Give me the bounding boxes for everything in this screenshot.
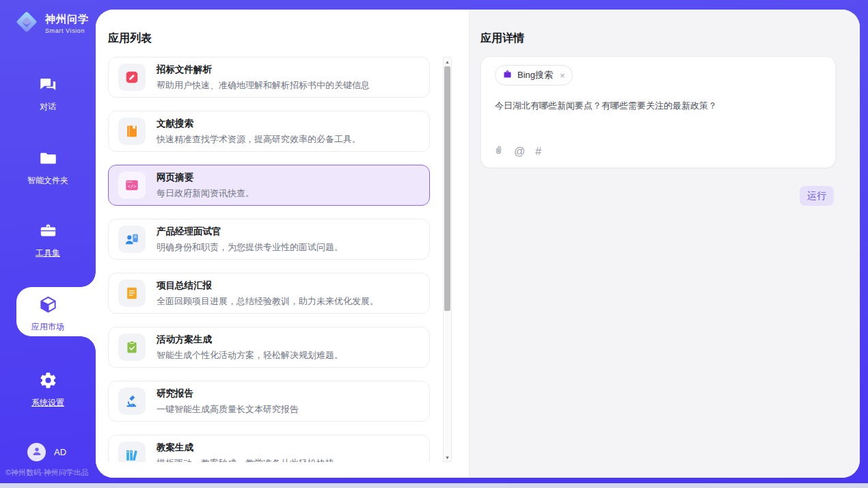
app-card[interactable]: 教案生成模板驱动，教案秒成，教学准备从此轻松快捷 xyxy=(108,435,430,462)
app-card-desc: 模板驱动，教案秒成，教学准备从此轻松快捷 xyxy=(157,457,334,463)
folder-icon xyxy=(39,149,57,170)
memo-icon xyxy=(118,280,146,307)
tool-chip-label: Bing搜索 xyxy=(517,69,553,81)
toolbox-icon xyxy=(39,221,57,243)
sidebar-item-label: 系统设置 xyxy=(31,397,64,409)
app-detail-title: 应用详情 xyxy=(480,31,524,46)
interviewer-icon xyxy=(118,226,146,253)
app-list: 招标文件解析帮助用户快速、准确地理解和解析招标书中的关键信息文献搜索快速精准查找… xyxy=(108,57,430,462)
cube-icon xyxy=(39,295,57,316)
mention-icon[interactable]: @ xyxy=(514,146,525,157)
edit-icon xyxy=(118,64,146,91)
scrollbar-thumb[interactable] xyxy=(444,66,450,311)
app-list-title: 应用列表 xyxy=(108,31,152,46)
avatar[interactable] xyxy=(27,443,46,461)
sidebar-item-label: 工具集 xyxy=(36,247,60,259)
app-card[interactable]: 招标文件解析帮助用户快速、准确地理解和解析招标书中的关键信息 xyxy=(108,57,430,98)
sidebar-item-label: 应用市场 xyxy=(31,321,64,333)
prompt-card: Bing搜索 × 今日湖北有哪些新闻要点？有哪些需要关注的最新政策？ @ # xyxy=(480,56,836,168)
sidebar-item-settings[interactable]: 系统设置 xyxy=(0,371,96,409)
briefcase-icon xyxy=(502,69,513,82)
app-detail-section: 应用详情 Bing搜索 × 今日湖北有哪些新闻要点？有哪些需要关注的最新政策？ xyxy=(469,10,860,478)
clipboard-check-icon xyxy=(118,334,146,361)
bottom-edge xyxy=(0,483,868,488)
app-card-name: 产品经理面试官 xyxy=(157,226,343,238)
sidebar-item-label: 对话 xyxy=(40,101,56,113)
copyright-footer: ©神州数码·神州问学出品 xyxy=(5,467,89,478)
app-card-desc: 一键智能生成高质量长文本研究报告 xyxy=(157,403,299,416)
scroll-down-icon[interactable]: ▼ xyxy=(444,453,451,461)
prompt-input[interactable]: 今日湖北有哪些新闻要点？有哪些需要关注的最新政策？ xyxy=(495,99,822,113)
svg-text:</>: </> xyxy=(128,184,136,189)
scrollbar[interactable]: ▲ ▼ xyxy=(443,57,452,462)
book-icon xyxy=(118,118,146,145)
chip-close-icon[interactable]: × xyxy=(560,70,565,81)
app-card[interactable]: 活动方案生成智能生成个性化活动方案，轻松解决规划难题。 xyxy=(108,327,430,368)
app-card-name: 活动方案生成 xyxy=(157,334,343,346)
logo-title: 神州问学 xyxy=(45,13,89,26)
app-card-name: 项目总结汇报 xyxy=(157,280,379,292)
app-card-name: 网页摘要 xyxy=(157,172,254,184)
chat-icon xyxy=(39,75,57,96)
app-card-desc: 明确身份和职责，为您提供专业性的面试问题。 xyxy=(157,241,343,254)
main-panel: 应用列表 招标文件解析帮助用户快速、准确地理解和解析招标书中的关键信息文献搜索快… xyxy=(96,10,860,478)
app-card-name: 研究报告 xyxy=(157,388,299,400)
app-card[interactable]: 项目总结汇报全面回顾项目进展，总结经验教训，助力未来优化发展。 xyxy=(108,273,430,314)
app-card-desc: 每日政府新闻资讯快查。 xyxy=(157,187,254,200)
app-card[interactable]: 文献搜索快速精准查找学术资源，提高研究效率的必备工具。 xyxy=(108,111,430,152)
app-card-name: 招标文件解析 xyxy=(157,64,370,76)
app-card-desc: 智能生成个性化活动方案，轻松解决规划难题。 xyxy=(157,349,343,362)
microscope-icon xyxy=(118,388,146,415)
input-toolbar: @ # xyxy=(493,144,541,159)
app-card-desc: 快速精准查找学术资源，提高研究效率的必备工具。 xyxy=(157,133,361,146)
run-button[interactable]: 运行 xyxy=(800,186,834,206)
app-card-name: 文献搜索 xyxy=(157,118,361,130)
gear-icon xyxy=(39,371,57,392)
sidebar-item-folders[interactable]: 智能文件夹 xyxy=(0,149,96,187)
app-list-section: 应用列表 招标文件解析帮助用户快速、准确地理解和解析招标书中的关键信息文献搜索快… xyxy=(96,10,469,478)
app-card-desc: 帮助用户快速、准确地理解和解析招标书中的关键信息 xyxy=(157,79,370,92)
app-card[interactable]: </>网页摘要每日政府新闻资讯快查。 xyxy=(108,165,430,206)
app-card[interactable]: 产品经理面试官明确身份和职责，为您提供专业性的面试问题。 xyxy=(108,219,430,260)
app-card-name: 教案生成 xyxy=(157,442,334,454)
scroll-up-icon[interactable]: ▲ xyxy=(444,57,451,66)
logo-diamond-icon xyxy=(14,9,40,38)
attachment-icon[interactable] xyxy=(493,144,504,159)
user-profile[interactable]: AD xyxy=(27,443,66,461)
books-icon xyxy=(118,442,146,462)
browser-code-icon: </> xyxy=(118,172,146,199)
sidebar: 神州问学 Smart Vision 对话智能文件夹工具集应用市场系统设置 AD … xyxy=(0,0,96,488)
person-icon xyxy=(31,446,42,459)
user-name: AD xyxy=(54,447,66,457)
sidebar-item-chat[interactable]: 对话 xyxy=(0,75,96,113)
sidebar-item-app-market[interactable]: 应用市场 xyxy=(0,295,96,333)
app-card-desc: 全面回顾项目进展，总结经验教训，助力未来优化发展。 xyxy=(157,295,379,308)
app-card[interactable]: 研究报告一键智能生成高质量长文本研究报告 xyxy=(108,381,430,422)
tool-chip[interactable]: Bing搜索 × xyxy=(495,65,573,85)
hash-icon[interactable]: # xyxy=(535,146,541,157)
sidebar-item-label: 智能文件夹 xyxy=(27,175,68,187)
sidebar-item-tools[interactable]: 工具集 xyxy=(0,221,96,259)
app-logo: 神州问学 Smart Vision xyxy=(14,9,89,38)
logo-subtitle: Smart Vision xyxy=(45,27,89,34)
